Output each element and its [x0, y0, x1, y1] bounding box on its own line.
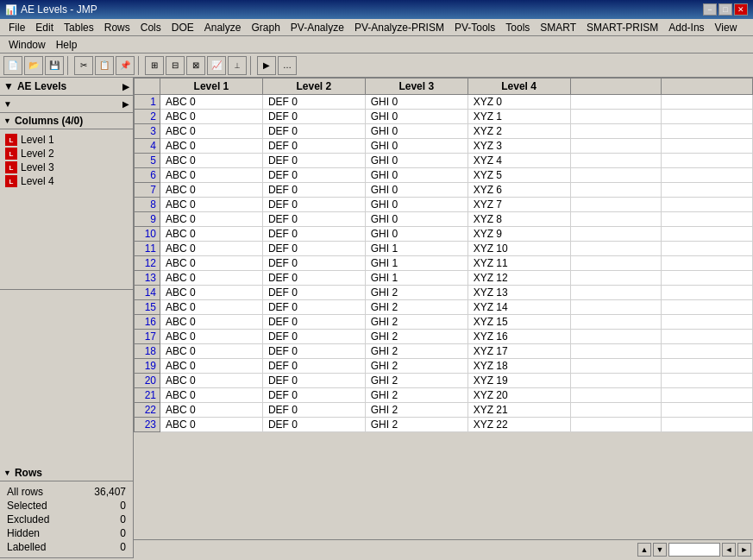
table-cell: GHI 0: [365, 212, 467, 227]
menu-item-view[interactable]: View: [710, 20, 743, 35]
ae-levels-arrow[interactable]: ▶: [122, 82, 129, 91]
menu-item-help[interactable]: Help: [51, 37, 83, 53]
column-item[interactable]: LLevel 3: [3, 160, 129, 174]
table-cell: XYZ 21: [467, 403, 570, 418]
table-cell-empty: [570, 183, 662, 198]
table-cell: XYZ 16: [467, 330, 570, 344]
menu-item-smartprism[interactable]: SMART-PRISM: [581, 20, 663, 35]
row-number: 15: [135, 300, 160, 315]
toolbar-axis[interactable]: ⟂: [228, 56, 247, 75]
toolbar-save[interactable]: 💾: [45, 56, 64, 75]
column-item[interactable]: LLevel 4: [3, 174, 129, 188]
scroll-up-btn[interactable]: ▲: [637, 543, 651, 557]
rows-header[interactable]: ▼ Rows: [0, 465, 133, 481]
table-row: 10ABC 0DEF 0GHI 0XYZ 9: [135, 227, 753, 242]
row-number: 5: [135, 154, 160, 168]
menu-item-tools[interactable]: Tools: [500, 20, 535, 35]
table-cell: GHI 0: [365, 95, 467, 110]
rows-triangle: ▼: [3, 469, 11, 477]
filter-down-arrow[interactable]: ▼: [3, 99, 12, 109]
menu-item-doe[interactable]: DOE: [166, 20, 199, 35]
toolbar-grid1[interactable]: ⊞: [145, 56, 164, 75]
close-button[interactable]: ✕: [734, 3, 748, 16]
table-cell-empty: [570, 139, 662, 154]
menu-item-edit[interactable]: Edit: [30, 20, 59, 35]
table-cell-empty: [662, 212, 753, 227]
table-cell-empty: [570, 300, 662, 315]
scroll-down-btn[interactable]: ▼: [653, 543, 667, 557]
menu-item-smart[interactable]: SMART: [535, 20, 581, 35]
toolbar-sep-1: [67, 56, 71, 75]
table-cell: ABC 0: [160, 256, 263, 271]
scrollbar-area: ▲ ▼ ◄ ►: [134, 539, 753, 558]
grid-container[interactable]: Level 1Level 2Level 3Level 4 1ABC 0DEF 0…: [134, 78, 753, 539]
scroll-left-btn[interactable]: ◄: [722, 543, 736, 557]
ae-levels-triangle[interactable]: ▼: [3, 80, 14, 92]
table-cell: DEF 0: [262, 198, 365, 212]
column-icon: L: [5, 148, 17, 160]
rows-stat-row: Hidden0: [3, 526, 129, 540]
column-name: Level 1: [21, 134, 54, 146]
column-header[interactable]: Level 1: [160, 79, 263, 95]
menu-item-cols[interactable]: Cols: [135, 20, 166, 35]
menu-item-tables[interactable]: Tables: [59, 20, 99, 35]
title-bar-controls[interactable]: − □ ✕: [703, 3, 748, 16]
scroll-track[interactable]: [668, 543, 720, 557]
toolbar-extra[interactable]: …: [278, 56, 297, 75]
table-cell: GHI 0: [365, 110, 467, 124]
table-cell: GHI 2: [365, 286, 467, 300]
menu-item-pvtools[interactable]: PV-Tools: [449, 20, 500, 35]
column-header[interactable]: Level 3: [365, 79, 467, 95]
minimize-button[interactable]: −: [703, 3, 717, 16]
table-cell-empty: [662, 154, 753, 168]
table-cell-empty: [662, 418, 753, 432]
column-item[interactable]: LLevel 2: [3, 147, 129, 160]
column-header-empty: [662, 79, 753, 95]
table-cell-empty: [662, 330, 753, 344]
menu-item-pvanalyzeprism[interactable]: PV-Analyze-PRISM: [349, 20, 449, 35]
table-cell: DEF 0: [262, 388, 365, 403]
toolbar-cut[interactable]: ✂: [74, 56, 93, 75]
table-row: 19ABC 0DEF 0GHI 2XYZ 18: [135, 359, 753, 374]
table-cell: ABC 0: [160, 418, 263, 432]
menu-item-window[interactable]: Window: [3, 37, 51, 53]
toolbar-run[interactable]: ▶: [257, 56, 276, 75]
menu-item-graph[interactable]: Graph: [246, 20, 285, 35]
menu-item-analyze[interactable]: Analyze: [199, 20, 247, 35]
left-spacer: [0, 290, 133, 466]
stat-value: 36,407: [74, 485, 129, 499]
column-item[interactable]: LLevel 1: [3, 133, 129, 147]
columns-section: ▼ Columns (4/0) LLevel 1LLevel 2LLevel 3…: [0, 113, 133, 290]
table-cell: XYZ 11: [467, 256, 570, 271]
table-cell-empty: [662, 110, 753, 124]
toolbar-copy[interactable]: 📋: [95, 56, 114, 75]
toolbar-grid3[interactable]: ⊠: [186, 56, 205, 75]
menu-item-addins[interactable]: Add-Ins: [663, 20, 709, 35]
columns-header[interactable]: ▼ Columns (4/0): [0, 113, 133, 129]
menu-item-pvanalyze[interactable]: PV-Analyze: [286, 20, 349, 35]
menu-item-file[interactable]: File: [3, 20, 30, 35]
toolbar-sep-2: [138, 56, 141, 75]
table-cell-empty: [570, 388, 662, 403]
table-row: 9ABC 0DEF 0GHI 0XYZ 8: [135, 212, 753, 227]
scroll-right-btn[interactable]: ►: [737, 543, 751, 557]
filter-right-arrow[interactable]: ▶: [122, 99, 129, 109]
column-header[interactable]: Level 2: [262, 79, 365, 95]
maximize-button[interactable]: □: [718, 3, 732, 16]
table-cell-empty: [662, 227, 753, 242]
toolbar-grid2[interactable]: ⊟: [166, 56, 185, 75]
row-number: 21: [135, 388, 160, 403]
column-header[interactable]: Level 4: [467, 79, 570, 95]
table-cell-empty: [570, 154, 662, 168]
toolbar: 📄 📂 💾 ✂ 📋 📌 ⊞ ⊟ ⊠ 📈 ⟂ ▶ …: [0, 53, 753, 78]
toolbar-open[interactable]: 📂: [24, 56, 43, 75]
toolbar-new[interactable]: 📄: [3, 56, 22, 75]
row-number: 20: [135, 374, 160, 388]
table-cell: XYZ 13: [467, 286, 570, 300]
toolbar-paste[interactable]: 📌: [116, 56, 135, 75]
table-cell-empty: [570, 330, 662, 344]
toolbar-chart[interactable]: 📈: [207, 56, 226, 75]
menu-item-rows[interactable]: Rows: [99, 20, 135, 35]
table-cell: DEF 0: [262, 95, 365, 110]
table-cell: GHI 2: [365, 330, 467, 344]
